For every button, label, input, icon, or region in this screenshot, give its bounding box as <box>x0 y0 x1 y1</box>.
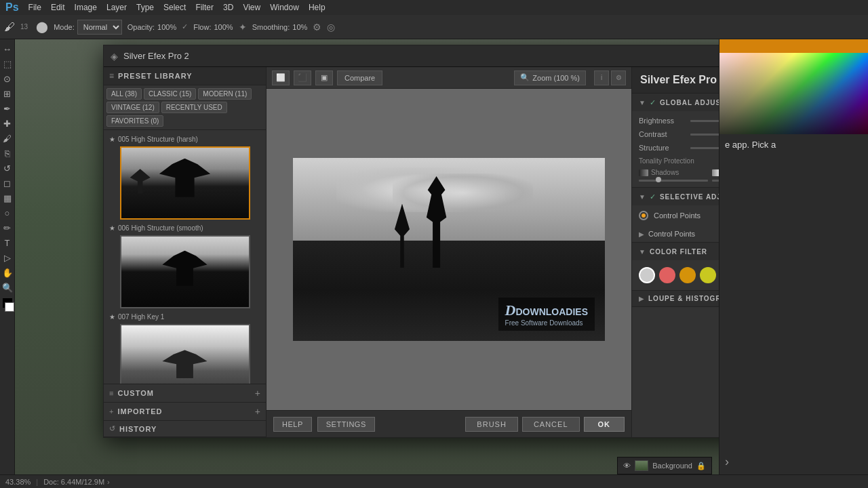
highlights-track[interactable] <box>712 180 719 182</box>
tonality-protection: Tonality Protection Shadows <box>639 157 719 182</box>
layer-lock-icon: 🔒 <box>696 462 706 470</box>
help-button[interactable]: HELP <box>273 417 312 432</box>
menu-edit[interactable]: Edit <box>51 3 65 12</box>
view-options: i ⚙ <box>594 70 626 85</box>
status-arrow[interactable]: › <box>107 478 110 486</box>
cancel-button[interactable]: CANCEL <box>522 417 580 432</box>
adjustments-header: Silver Efex Pro 2 <box>632 67 719 94</box>
layer-thumbnail <box>635 460 648 471</box>
custom-section[interactable]: ≡ CUSTOM + <box>104 384 266 403</box>
selective-adjustments-label: SELECTIVE ADJUSTMENTS <box>660 193 719 201</box>
menu-select[interactable]: Select <box>163 3 186 12</box>
imported-label: IMPORTED <box>117 407 162 415</box>
brightness-track[interactable] <box>690 120 719 122</box>
menu-layer[interactable]: Layer <box>106 3 127 12</box>
shadows-thumb[interactable] <box>656 177 661 182</box>
dialog-title: Silver Efex Pro 2 <box>123 51 719 61</box>
preset-label-2: ★ 006 High Structure (smooth) <box>106 222 263 233</box>
global-adjustments-header[interactable]: ▼ ✓ GLOBAL ADJUSTMENTS ↺ <box>632 94 719 111</box>
watermark-sub: Free Software Downloads <box>505 319 588 327</box>
flow-label: Flow: <box>193 23 211 31</box>
swatch-orange[interactable] <box>679 267 696 283</box>
control-point-radio[interactable] <box>639 211 648 220</box>
ps-panel-controls: › <box>719 449 868 474</box>
tree-group <box>387 176 511 268</box>
color-picker-area[interactable] <box>719 53 868 134</box>
hand-tool[interactable]: ✋ <box>1 266 14 279</box>
dialog-bottom-bar: HELP SETTINGS BRUSH CANCEL OK <box>267 410 631 437</box>
loupe-histogram-header[interactable]: ▶ LOUPE & HISTOGRAM <box>632 291 719 306</box>
photoshop-app: Ps File Edit Image Layer Type Select Fil… <box>0 0 868 488</box>
brush-tool[interactable]: 🖌 <box>1 131 14 145</box>
global-adjustments-section: ▼ ✓ GLOBAL ADJUSTMENTS ↺ Brightness <box>632 94 719 188</box>
select-tool[interactable]: ⬚ <box>1 57 14 70</box>
layer-visibility-icon[interactable]: 👁 <box>623 462 631 470</box>
adjustments-scroll[interactable]: ▼ ✓ GLOBAL ADJUSTMENTS ↺ Brightness <box>632 94 719 437</box>
swatch-yellow[interactable] <box>700 267 716 283</box>
compare-button[interactable]: Compare <box>337 70 382 85</box>
preview-panel: ⬜ ⬛ ▣ Compare 🔍 Zoom (100 %) i ⚙ <box>267 67 631 437</box>
pen-tool[interactable]: ✏ <box>1 221 14 235</box>
crop-tool[interactable]: ⊞ <box>1 87 14 100</box>
background-color[interactable] <box>5 302 14 312</box>
filter-all[interactable]: ALL (38) <box>106 88 142 100</box>
contrast-track[interactable] <box>690 134 719 136</box>
gradient-tool[interactable]: ▦ <box>1 191 14 205</box>
zoom-tool[interactable]: 🔍 <box>1 281 14 294</box>
filter-classic[interactable]: CLASSIC (15) <box>144 88 196 100</box>
dialog-content: ≡ PRESET LIBRARY ALL (38) CLASSIC (15) M… <box>104 67 719 437</box>
ok-button[interactable]: OK <box>584 417 625 432</box>
filter-vintage[interactable]: VINTAGE (12) <box>106 102 159 113</box>
custom-add-icon[interactable]: + <box>255 388 260 399</box>
eraser-tool[interactable]: ◻ <box>1 176 14 190</box>
search-icon: 🔍 <box>520 73 530 82</box>
dodge-tool[interactable]: ○ <box>1 206 14 220</box>
history-brush-tool[interactable]: ↺ <box>1 161 14 175</box>
settings-icon[interactable]: ⚙ <box>611 70 626 85</box>
preset-thumb-2[interactable] <box>120 235 250 308</box>
menu-type[interactable]: Type <box>136 3 154 12</box>
expand-arrow-icon[interactable]: › <box>725 455 729 469</box>
preset-thumb-1[interactable] <box>120 146 250 220</box>
menu-image[interactable]: Image <box>75 3 97 12</box>
text-tool[interactable]: T <box>1 236 14 249</box>
zoom-control[interactable]: 🔍 Zoom (100 %) <box>514 70 586 85</box>
color-filter-header[interactable]: ▼ COLOR FILTER ↺ <box>632 243 719 260</box>
swatch-neutral[interactable] <box>639 267 655 283</box>
menu-file[interactable]: File <box>28 3 41 12</box>
menu-3d[interactable]: 3D <box>223 3 233 12</box>
menu-filter[interactable]: Filter <box>195 3 214 12</box>
history-section[interactable]: ↺ HISTORY <box>104 421 266 437</box>
mode-dropdown[interactable]: Normal <box>77 20 122 35</box>
imported-section[interactable]: + IMPORTED + <box>104 403 266 421</box>
gear-icon[interactable]: ⚙ <box>313 22 321 33</box>
brush-button[interactable]: BRUSH <box>465 417 518 432</box>
preset-thumb-3[interactable] <box>120 324 250 384</box>
control-points-expand[interactable]: ▶ Control Points <box>632 226 719 242</box>
selective-adjustments-header[interactable]: ▼ ✓ SELECTIVE ADJUSTMENTS ↺ <box>632 188 719 205</box>
move-tool[interactable]: ↔ <box>1 42 14 56</box>
shadows-track[interactable] <box>639 180 708 182</box>
filter-recently-used[interactable]: RECENTLY USED <box>161 102 227 113</box>
menu-window[interactable]: Window <box>270 3 299 12</box>
menu-view[interactable]: View <box>243 3 260 12</box>
tonality-label: Tonality Protection <box>639 157 719 165</box>
split-vertical-button[interactable]: ▣ <box>315 70 333 85</box>
lasso-tool[interactable]: ⊙ <box>1 72 14 85</box>
split-horizontal-button[interactable]: ⬛ <box>294 70 311 85</box>
filter-modern[interactable]: MODERN (11) <box>198 88 252 100</box>
path-tool[interactable]: ▷ <box>1 251 14 264</box>
menu-help[interactable]: Help <box>309 3 326 12</box>
filter-favorites[interactable]: FAVORITES (0) <box>106 115 163 127</box>
info-button[interactable]: i <box>594 70 609 85</box>
imported-add-icon[interactable]: + <box>255 406 260 417</box>
structure-track[interactable] <box>690 147 719 149</box>
global-adjustments-label: GLOBAL ADJUSTMENTS <box>660 99 719 106</box>
clone-tool[interactable]: ⎘ <box>1 146 14 160</box>
selective-chevron-icon: ▼ <box>639 193 646 201</box>
eyedropper-tool[interactable]: ✒ <box>1 102 14 115</box>
single-view-button[interactable]: ⬜ <box>272 70 290 85</box>
swatch-red[interactable] <box>659 267 675 283</box>
settings-button[interactable]: SETTINGS <box>317 417 375 432</box>
healing-tool[interactable]: ✚ <box>1 117 14 130</box>
